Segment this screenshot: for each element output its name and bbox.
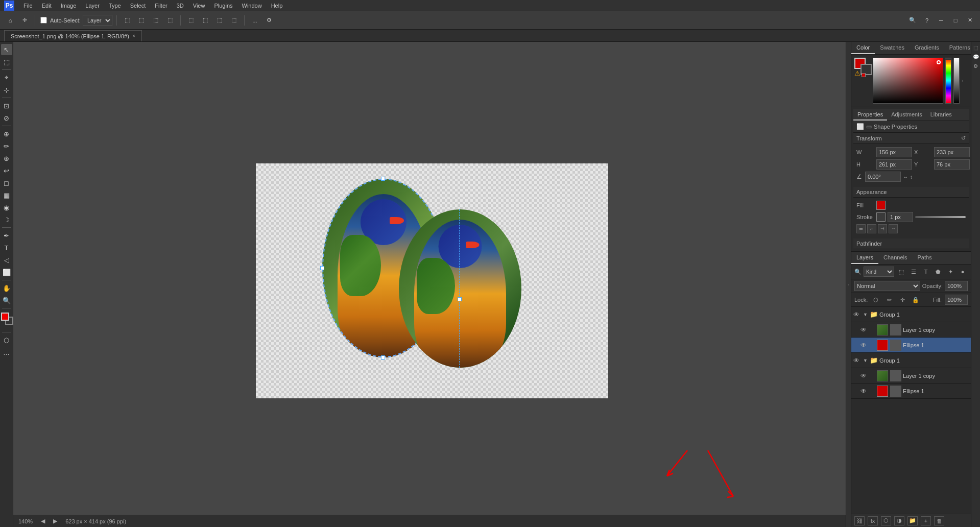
layer-item-group1-top[interactable]: 👁 ▼ 📁 Group 1 [851, 307, 971, 322]
blend-mode-select[interactable]: Normal [854, 281, 920, 291]
menu-filter[interactable]: Filter [151, 2, 171, 10]
sel-handle-top[interactable] [381, 177, 385, 181]
magic-wand-tool[interactable]: ⊹ [1, 84, 12, 95]
spot-heal-tool[interactable]: ⊕ [1, 128, 12, 139]
filter-type-btn[interactable]: T [921, 267, 931, 277]
help-btn[interactable]: ? [921, 14, 933, 27]
layer-item-ellipse1-top[interactable]: 👁 Ellipse 1 [851, 338, 971, 353]
align-center-btn[interactable]: ⬚ [135, 14, 148, 27]
panel-toggle-1[interactable]: ⬚ [972, 44, 979, 51]
dist-h-btn[interactable]: ⬚ [185, 14, 197, 27]
height-input[interactable] [876, 159, 912, 170]
dodge-tool[interactable]: ☽ [1, 214, 12, 225]
tab-gradients[interactable]: Gradients [910, 42, 944, 54]
pathfinder-section-header[interactable]: Pathfinder [853, 238, 969, 249]
menu-select[interactable]: Select [126, 2, 150, 10]
layer-select[interactable]: Layer [83, 15, 112, 26]
home-button[interactable]: ⌂ [4, 14, 16, 27]
gradient-tool[interactable]: ▦ [1, 189, 12, 201]
menu-file[interactable]: File [19, 2, 37, 10]
tab-channels[interactable]: Channels [878, 252, 912, 264]
tab-paths[interactable]: Paths [913, 252, 937, 264]
tab-properties[interactable]: Properties [853, 109, 887, 121]
eraser-tool[interactable]: ◻ [1, 177, 12, 188]
tab-color[interactable]: Color [851, 42, 875, 54]
fill-color-swatch[interactable] [876, 201, 886, 210]
filter-shape-btn[interactable]: ⬟ [933, 267, 943, 277]
align-right-btn[interactable]: ⬚ [150, 14, 162, 27]
tab-layers[interactable]: Layers [851, 252, 878, 264]
layer-item-layer1copy-top[interactable]: 👁 Layer 1 copy [851, 322, 971, 338]
menu-help[interactable]: Help [267, 2, 287, 10]
stroke-cap-btn[interactable]: ⊣ [878, 224, 887, 233]
panel-toggle-3[interactable]: ⚙ [972, 62, 979, 69]
stroke-color-swatch[interactable] [876, 212, 886, 222]
menu-window[interactable]: Window [238, 2, 266, 10]
filter-adj-btn[interactable]: ☰ [909, 267, 919, 277]
brush-tool[interactable]: ✏ [1, 140, 12, 152]
vis-eye-icon-2[interactable]: 👁 [861, 326, 869, 333]
move-tool[interactable]: ↖ [1, 44, 12, 55]
tab-adjustments[interactable]: Adjustments [887, 109, 926, 121]
eyedropper-tool[interactable]: ⊘ [1, 112, 12, 124]
panel-expand-arrow[interactable]: › [962, 58, 963, 104]
menu-edit[interactable]: Edit [38, 2, 56, 10]
hue-slider[interactable] [945, 58, 951, 104]
sel-handle-bottom[interactable] [381, 355, 385, 360]
filter-pixel-btn[interactable]: ⬚ [896, 267, 906, 277]
tab-close-btn[interactable]: × [132, 33, 135, 39]
layer-item-ellipse1-bot[interactable]: 👁 Ellipse 1 [851, 384, 971, 399]
opacity-input[interactable] [945, 281, 968, 291]
auto-select-checkbox[interactable] [40, 17, 47, 23]
add-mask-btn[interactable]: ⬡ [881, 516, 891, 525]
extra-tools-btn[interactable]: … [1, 347, 12, 358]
menu-layer[interactable]: Layer [81, 2, 104, 10]
transform-reset-btn[interactable]: ↺ [961, 135, 966, 141]
zoom-tool[interactable]: 🔍 [1, 295, 12, 306]
pen-tool[interactable]: ✒ [1, 230, 12, 241]
panel-toggle-2[interactable]: 💬 [972, 53, 979, 60]
x-input[interactable] [934, 147, 970, 157]
transform-section-header[interactable]: Transform ↺ [853, 133, 969, 144]
type-tool[interactable]: T [1, 242, 12, 253]
align-top-btn[interactable]: ⬚ [164, 14, 176, 27]
path-tool[interactable]: ◁ [1, 254, 12, 266]
color-gradient-field[interactable] [873, 58, 943, 104]
flip-v-btn[interactable]: ↕ [910, 174, 913, 180]
stroke-size-input[interactable] [888, 212, 913, 222]
layer-item-layer1copy-bot[interactable]: 👁 Layer 1 copy [851, 368, 971, 384]
filter-smart-btn[interactable]: ✦ [945, 267, 955, 277]
vis-eye-icon-3[interactable]: 👁 [861, 342, 869, 349]
link-layers-btn[interactable]: ⛓ [854, 516, 865, 525]
delete-layer-btn[interactable]: 🗑 [934, 516, 944, 525]
width-input[interactable] [876, 147, 912, 157]
hand-tool[interactable]: ✋ [1, 282, 12, 294]
settings-btn[interactable]: ⚙ [263, 14, 275, 27]
menu-plugins[interactable]: Plugins [210, 2, 236, 10]
new-layer-btn[interactable]: + [921, 516, 931, 525]
foreground-color-swatch[interactable] [1, 313, 9, 321]
sel-handle-mid[interactable] [458, 297, 462, 301]
tab-libraries[interactable]: Libraries [926, 109, 956, 121]
layer-item-group1-bot[interactable]: 👁 ▼ 📁 Group 1 [851, 353, 971, 368]
search-btn[interactable]: 🔍 [906, 14, 919, 27]
vis-eye-icon-5[interactable]: 👁 [861, 372, 869, 379]
shape-tool[interactable]: ⬜ [1, 267, 12, 278]
quick-mask-btn[interactable]: ⬡ [1, 334, 12, 346]
fill-input[interactable] [945, 295, 968, 305]
minimize-btn[interactable]: ─ [935, 14, 947, 27]
menu-type[interactable]: Type [105, 2, 125, 10]
nav-prev[interactable]: ◀ [41, 518, 45, 524]
nav-next[interactable]: ▶ [53, 518, 57, 524]
maximize-btn[interactable]: □ [949, 14, 962, 27]
lock-artboard-btn[interactable]: ✛ [897, 295, 907, 305]
appearance-section-header[interactable]: Appearance [853, 187, 969, 198]
color-spectrum[interactable] [873, 58, 943, 104]
vis-eye-icon-6[interactable]: 👁 [861, 388, 869, 395]
dist-c-btn[interactable]: ⬚ [213, 14, 226, 27]
clone-stamp-tool[interactable]: ⊛ [1, 153, 12, 164]
document-tab[interactable]: Screenshot_1.png @ 140% (Ellipse 1, RGB/… [4, 30, 142, 41]
dist-r-btn[interactable]: ⬚ [228, 14, 240, 27]
panel-collapse-handle[interactable]: ‹ [846, 42, 851, 527]
lock-image-btn[interactable]: ✏ [884, 295, 894, 305]
